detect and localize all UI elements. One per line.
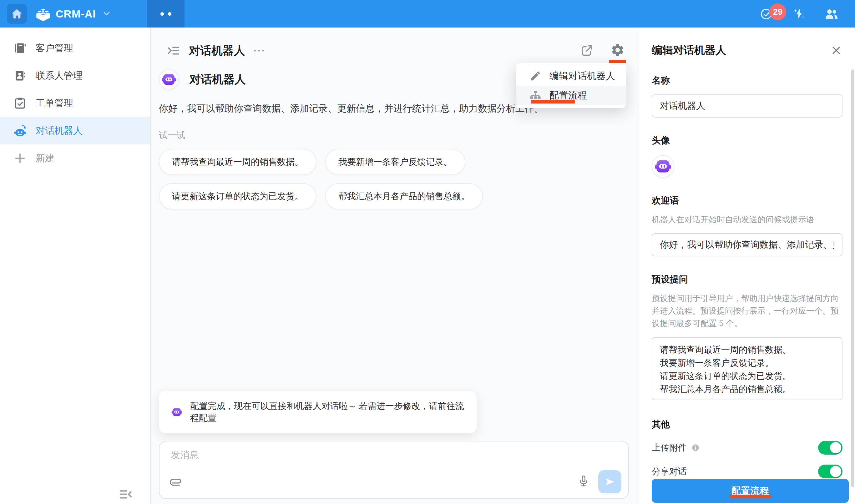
avatar-label: 头像 <box>652 134 842 147</box>
welcome-label: 欢迎语 <box>652 195 842 207</box>
config-toast: 配置完成，现在可以直接和机器人对话啦～ 若需进一步修改，请前往流程配置 <box>159 391 477 433</box>
bot-avatar <box>159 69 179 89</box>
sidebar-item-new[interactable]: 新建 <box>0 144 150 172</box>
sidebar-item-label: 对话机器人 <box>36 124 83 137</box>
collapse-sidebar-icon[interactable] <box>118 488 133 502</box>
sidebar-item-tickets[interactable]: 工单管理 <box>0 89 150 117</box>
preset-label: 预设提问 <box>652 273 842 286</box>
suggestion-chip[interactable]: 请更新这条订单的状态为已发货。 <box>159 183 317 210</box>
configure-flow-button[interactable]: 配置流程 <box>652 479 849 503</box>
preset-hint: 预设提问用于引导用户，帮助用户快速选择提问方向并进入流程。预设提问按行展示，一行… <box>652 292 842 329</box>
expand-list-icon[interactable] <box>166 43 181 58</box>
tab-dot <box>168 12 172 16</box>
sidebar-item-chatbot[interactable]: 对话机器人 <box>0 117 150 144</box>
chat-header: 对话机器人 <box>166 41 625 61</box>
share-label: 分享对话 <box>652 466 687 478</box>
notification-badge: 29 <box>769 3 786 20</box>
topbar: CRM-AI 29 <box>0 0 855 28</box>
share-toggle[interactable] <box>818 465 842 479</box>
chat-header-actions <box>580 43 625 58</box>
tab-dot <box>160 12 164 16</box>
click-annotation <box>730 494 771 498</box>
chat-main: 对话机器人 编辑对话机器人 <box>151 28 639 504</box>
name-label: 名称 <box>652 74 842 87</box>
toggle-knob <box>830 442 841 453</box>
brand-logo-icon <box>35 6 51 22</box>
tasks-button[interactable]: 29 <box>759 6 774 21</box>
ai-sparkle-button[interactable] <box>792 6 806 21</box>
panel-title: 编辑对话机器人 <box>652 43 726 57</box>
panel-scrollbar[interactable] <box>851 69 854 487</box>
clipboard-check-icon <box>13 96 27 110</box>
menu-item-edit-bot[interactable]: 编辑对话机器人 <box>516 66 626 86</box>
brand-name: CRM-AI <box>56 8 96 20</box>
close-icon[interactable] <box>830 44 842 57</box>
brand[interactable]: CRM-AI <box>35 6 113 22</box>
send-icon <box>604 476 616 487</box>
composer-toolbar <box>169 470 621 493</box>
click-annotation <box>609 60 626 63</box>
edit-bot-panel: 编辑对话机器人 名称 头像 欢迎语 机器人在对话开始时自动发送的问候或提示语 预… <box>639 28 855 504</box>
robot-icon <box>13 124 27 138</box>
mic-button[interactable] <box>577 474 590 489</box>
pencil-icon <box>530 70 541 82</box>
send-button[interactable] <box>598 470 621 493</box>
bot-avatar-icon <box>653 156 673 177</box>
toast-text: 配置完成，现在可以直接和机器人对话啦～ 若需进一步修改，请前往流程配置 <box>190 400 465 424</box>
gear-icon <box>610 43 625 57</box>
preset-questions-textarea[interactable]: 请帮我查询最近一周的销售数据。 我要新增一条客户反馈记录。 请更新这条订单的状态… <box>652 337 842 400</box>
contact-card-icon <box>13 69 27 83</box>
upload-label: 上传附件 <box>652 442 687 454</box>
toggle-knob <box>830 466 841 477</box>
info-icon[interactable] <box>691 443 700 453</box>
try-label: 试一试 <box>159 129 639 141</box>
upload-toggle[interactable] <box>818 441 842 455</box>
click-annotation <box>531 100 575 104</box>
sidebar-item-label: 联系人管理 <box>36 69 83 82</box>
sidebar: 客户管理 联系人管理 工单管理 <box>0 28 151 504</box>
menu-item-configure-flow[interactable]: 配置流程 <box>516 86 626 105</box>
home-button[interactable] <box>7 4 27 24</box>
welcome-input[interactable] <box>652 233 842 256</box>
menu-item-label: 编辑对话机器人 <box>550 70 615 83</box>
open-external-icon[interactable] <box>580 43 594 58</box>
more-options-icon[interactable] <box>252 44 266 57</box>
page-title: 对话机器人 <box>189 43 245 58</box>
suggestion-chip[interactable]: 我要新增一条客户反馈记录。 <box>325 149 465 175</box>
message-composer <box>159 441 629 499</box>
sidebar-item-label: 工单管理 <box>36 97 73 110</box>
plus-icon <box>13 151 27 165</box>
bot-name-input[interactable] <box>652 94 842 118</box>
sidebar-item-label: 新建 <box>36 152 54 165</box>
avatar-picker[interactable] <box>652 155 674 178</box>
bot-avatar-icon <box>160 70 178 89</box>
settings-dropdown: 编辑对话机器人 配置流程 <box>516 63 626 108</box>
sidebar-item-label: 客户管理 <box>36 42 73 55</box>
microphone-icon <box>577 474 590 488</box>
attachment-icon[interactable] <box>169 475 182 488</box>
suggestion-chip[interactable]: 帮我汇总本月各产品的销售总额。 <box>325 183 483 210</box>
sidebar-item-customers[interactable]: 客户管理 <box>0 34 150 62</box>
sidebar-item-contacts[interactable]: 联系人管理 <box>0 62 150 89</box>
home-icon <box>10 7 23 20</box>
message-input[interactable] <box>171 450 617 460</box>
customer-book-icon <box>13 41 27 55</box>
welcome-hint: 机器人在对话开始时自动发送的问候或提示语 <box>652 213 842 226</box>
sitemap-icon <box>530 89 541 101</box>
users-button[interactable] <box>824 6 839 21</box>
tab-overflow[interactable] <box>147 0 184 28</box>
bot-name: 对话机器人 <box>190 72 246 87</box>
brand-chevron-down-icon <box>101 7 113 20</box>
suggestion-chip[interactable]: 请帮我查询最近一周的销售数据。 <box>159 149 317 175</box>
other-label: 其他 <box>652 418 842 431</box>
bot-avatar-icon <box>170 406 183 419</box>
suggestion-chips: 请帮我查询最近一周的销售数据。 我要新增一条客户反馈记录。 请更新这条订单的状态… <box>159 149 626 210</box>
settings-button[interactable] <box>610 43 625 58</box>
topbar-actions: 29 <box>759 6 839 21</box>
